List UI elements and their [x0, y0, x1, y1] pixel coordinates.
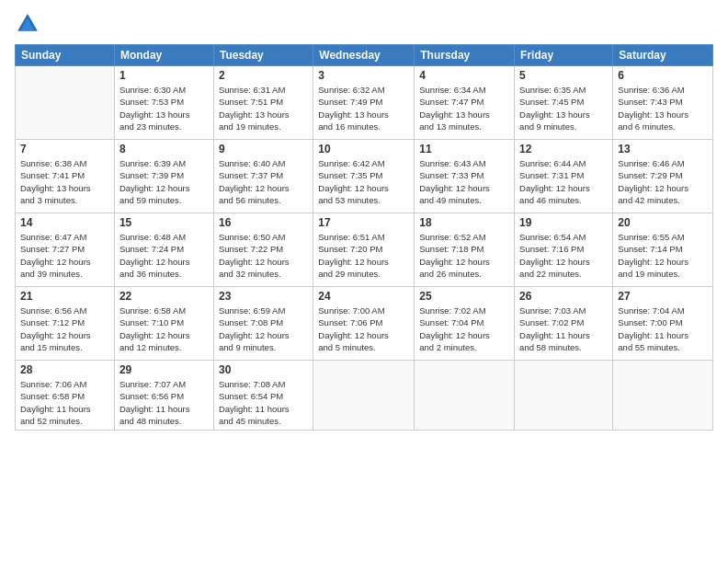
day-number: 27	[618, 290, 708, 303]
day-number: 2	[219, 69, 308, 82]
day-number: 29	[119, 363, 209, 376]
weekday-header-saturday: Saturday	[613, 45, 713, 66]
weekday-header-thursday: Thursday	[415, 45, 515, 66]
day-number: 23	[219, 290, 308, 303]
day-cell: 5Sunrise: 6:35 AM Sunset: 7:45 PM Daylig…	[515, 66, 613, 140]
day-number: 14	[20, 216, 109, 229]
day-cell: 9Sunrise: 6:40 AM Sunset: 7:37 PM Daylig…	[213, 140, 313, 213]
day-number: 16	[219, 216, 308, 229]
day-cell: 29Sunrise: 7:07 AM Sunset: 6:56 PM Dayli…	[114, 361, 213, 431]
day-cell: 22Sunrise: 6:58 AM Sunset: 7:10 PM Dayli…	[114, 287, 213, 361]
day-number: 11	[419, 143, 509, 155]
week-row-5: 28Sunrise: 7:06 AM Sunset: 6:58 PM Dayli…	[16, 361, 713, 431]
day-info: Sunrise: 6:59 AM Sunset: 7:08 PM Dayligh…	[219, 304, 308, 353]
page: SundayMondayTuesdayWednesdayThursdayFrid…	[0, 0, 728, 563]
day-cell: 10Sunrise: 6:42 AM Sunset: 7:35 PM Dayli…	[313, 140, 415, 213]
day-info: Sunrise: 6:44 AM Sunset: 7:31 PM Dayligh…	[519, 157, 608, 206]
day-cell: 23Sunrise: 6:59 AM Sunset: 7:08 PM Dayli…	[213, 287, 313, 361]
day-cell: 17Sunrise: 6:51 AM Sunset: 7:20 PM Dayli…	[313, 213, 415, 287]
day-info: Sunrise: 6:32 AM Sunset: 7:49 PM Dayligh…	[318, 84, 409, 132]
day-number: 17	[318, 216, 409, 229]
weekday-header-tuesday: Tuesday	[213, 45, 313, 66]
day-number: 24	[318, 290, 409, 303]
day-cell: 14Sunrise: 6:47 AM Sunset: 7:27 PM Dayli…	[16, 213, 115, 287]
day-number: 15	[119, 216, 209, 229]
day-info: Sunrise: 6:58 AM Sunset: 7:10 PM Dayligh…	[119, 304, 209, 353]
day-number: 9	[219, 143, 308, 155]
day-cell: 27Sunrise: 7:04 AM Sunset: 7:00 PM Dayli…	[613, 287, 713, 361]
day-cell: 20Sunrise: 6:55 AM Sunset: 7:14 PM Dayli…	[613, 213, 713, 287]
day-cell: 13Sunrise: 6:46 AM Sunset: 7:29 PM Dayli…	[613, 140, 713, 213]
weekday-header-row: SundayMondayTuesdayWednesdayThursdayFrid…	[16, 45, 713, 66]
day-cell: 12Sunrise: 6:44 AM Sunset: 7:31 PM Dayli…	[515, 140, 613, 213]
day-number: 28	[20, 363, 109, 376]
header	[15, 11, 713, 37]
day-info: Sunrise: 6:31 AM Sunset: 7:51 PM Dayligh…	[219, 84, 308, 132]
logo	[15, 11, 44, 37]
day-cell: 30Sunrise: 7:08 AM Sunset: 6:54 PM Dayli…	[213, 361, 313, 431]
day-number: 26	[519, 290, 608, 303]
day-number: 12	[519, 143, 608, 155]
day-number: 8	[119, 143, 209, 155]
day-cell	[515, 361, 613, 431]
calendar: SundayMondayTuesdayWednesdayThursdayFrid…	[15, 44, 713, 431]
day-info: Sunrise: 6:34 AM Sunset: 7:47 PM Dayligh…	[419, 84, 509, 132]
day-number: 7	[20, 143, 109, 155]
day-cell: 3Sunrise: 6:32 AM Sunset: 7:49 PM Daylig…	[313, 66, 415, 140]
day-info: Sunrise: 6:43 AM Sunset: 7:33 PM Dayligh…	[419, 157, 509, 206]
day-info: Sunrise: 7:08 AM Sunset: 6:54 PM Dayligh…	[219, 378, 308, 427]
day-number: 1	[119, 69, 209, 82]
day-info: Sunrise: 7:07 AM Sunset: 6:56 PM Dayligh…	[119, 378, 209, 427]
day-number: 21	[20, 290, 109, 303]
day-number: 10	[318, 143, 409, 155]
day-info: Sunrise: 6:30 AM Sunset: 7:53 PM Dayligh…	[119, 84, 209, 132]
week-row-1: 1Sunrise: 6:30 AM Sunset: 7:53 PM Daylig…	[16, 66, 713, 140]
day-cell: 19Sunrise: 6:54 AM Sunset: 7:16 PM Dayli…	[515, 213, 613, 287]
day-info: Sunrise: 6:42 AM Sunset: 7:35 PM Dayligh…	[318, 157, 409, 206]
day-info: Sunrise: 6:51 AM Sunset: 7:20 PM Dayligh…	[318, 231, 409, 280]
week-row-3: 14Sunrise: 6:47 AM Sunset: 7:27 PM Dayli…	[16, 213, 713, 287]
day-info: Sunrise: 7:06 AM Sunset: 6:58 PM Dayligh…	[20, 378, 109, 427]
day-info: Sunrise: 7:04 AM Sunset: 7:00 PM Dayligh…	[618, 304, 708, 353]
day-cell: 7Sunrise: 6:38 AM Sunset: 7:41 PM Daylig…	[16, 140, 115, 213]
day-info: Sunrise: 6:47 AM Sunset: 7:27 PM Dayligh…	[20, 231, 109, 280]
week-row-2: 7Sunrise: 6:38 AM Sunset: 7:41 PM Daylig…	[16, 140, 713, 213]
day-cell: 18Sunrise: 6:52 AM Sunset: 7:18 PM Dayli…	[415, 213, 515, 287]
day-info: Sunrise: 6:46 AM Sunset: 7:29 PM Dayligh…	[618, 157, 708, 206]
day-number: 18	[419, 216, 509, 229]
day-number: 5	[519, 69, 608, 82]
day-info: Sunrise: 6:50 AM Sunset: 7:22 PM Dayligh…	[219, 231, 308, 280]
day-info: Sunrise: 6:38 AM Sunset: 7:41 PM Dayligh…	[20, 157, 109, 206]
day-info: Sunrise: 7:03 AM Sunset: 7:02 PM Dayligh…	[519, 304, 608, 353]
day-number: 3	[318, 69, 409, 82]
day-number: 19	[519, 216, 608, 229]
day-info: Sunrise: 6:36 AM Sunset: 7:43 PM Dayligh…	[618, 84, 708, 132]
day-cell	[415, 361, 515, 431]
logo-icon	[15, 11, 40, 37]
day-cell: 24Sunrise: 7:00 AM Sunset: 7:06 PM Dayli…	[313, 287, 415, 361]
weekday-header-sunday: Sunday	[16, 45, 115, 66]
day-number: 20	[618, 216, 708, 229]
day-number: 22	[119, 290, 209, 303]
weekday-header-wednesday: Wednesday	[313, 45, 415, 66]
day-cell: 16Sunrise: 6:50 AM Sunset: 7:22 PM Dayli…	[213, 213, 313, 287]
day-info: Sunrise: 6:48 AM Sunset: 7:24 PM Dayligh…	[119, 231, 209, 280]
day-cell	[16, 66, 115, 140]
day-number: 4	[419, 69, 509, 82]
day-info: Sunrise: 6:39 AM Sunset: 7:39 PM Dayligh…	[119, 157, 209, 206]
day-cell: 2Sunrise: 6:31 AM Sunset: 7:51 PM Daylig…	[213, 66, 313, 140]
week-row-4: 21Sunrise: 6:56 AM Sunset: 7:12 PM Dayli…	[16, 287, 713, 361]
day-cell: 28Sunrise: 7:06 AM Sunset: 6:58 PM Dayli…	[16, 361, 115, 431]
day-info: Sunrise: 6:56 AM Sunset: 7:12 PM Dayligh…	[20, 304, 109, 353]
day-info: Sunrise: 6:35 AM Sunset: 7:45 PM Dayligh…	[519, 84, 608, 132]
day-cell	[313, 361, 415, 431]
day-number: 13	[618, 143, 708, 155]
day-cell: 25Sunrise: 7:02 AM Sunset: 7:04 PM Dayli…	[415, 287, 515, 361]
day-number: 30	[219, 363, 308, 376]
day-cell: 1Sunrise: 6:30 AM Sunset: 7:53 PM Daylig…	[114, 66, 213, 140]
day-info: Sunrise: 6:52 AM Sunset: 7:18 PM Dayligh…	[419, 231, 509, 280]
day-cell: 26Sunrise: 7:03 AM Sunset: 7:02 PM Dayli…	[515, 287, 613, 361]
day-cell	[613, 361, 713, 431]
day-info: Sunrise: 7:00 AM Sunset: 7:06 PM Dayligh…	[318, 304, 409, 353]
day-cell: 11Sunrise: 6:43 AM Sunset: 7:33 PM Dayli…	[415, 140, 515, 213]
